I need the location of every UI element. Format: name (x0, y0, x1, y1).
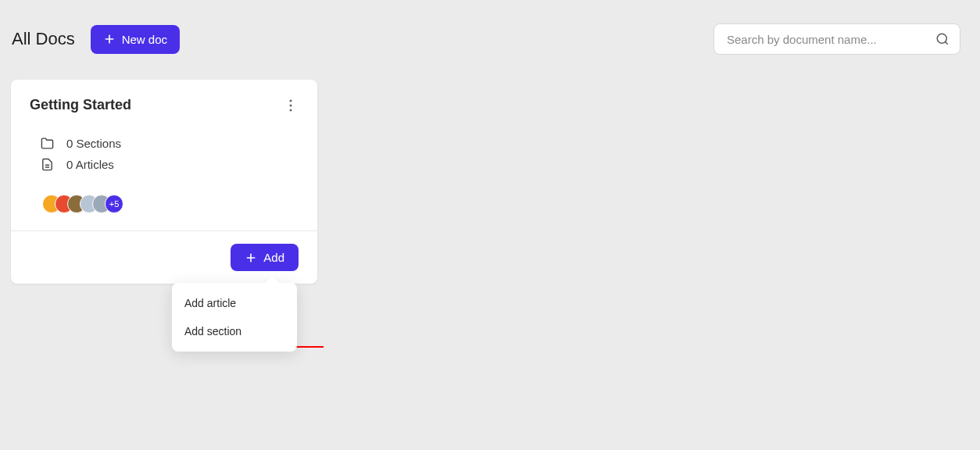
search-icon[interactable] (935, 32, 950, 46)
more-vertical-icon (289, 99, 292, 112)
card-footer: Add Add article Add section (11, 230, 317, 284)
articles-stat: 0 Articles (30, 158, 299, 171)
svg-point-2 (937, 34, 946, 43)
document-icon (41, 158, 54, 171)
search-wrapper (714, 23, 960, 55)
sections-stat: 0 Sections (30, 137, 299, 150)
card-title[interactable]: Getting Started (30, 97, 131, 113)
plus-icon (103, 33, 116, 45)
page-header: All Docs New doc (0, 0, 980, 55)
add-button[interactable]: Add (231, 244, 299, 271)
more-options-button[interactable] (283, 98, 299, 113)
svg-point-4 (290, 99, 292, 102)
svg-point-6 (290, 109, 292, 111)
svg-line-3 (945, 41, 947, 44)
avatar-group: +5 (30, 195, 299, 213)
add-label: Add (263, 251, 284, 264)
new-doc-button[interactable]: New doc (91, 25, 180, 54)
card-top: Getting Started (30, 97, 299, 113)
add-dropdown: Add article Add section (172, 283, 297, 352)
articles-count-label: 0 Articles (66, 158, 114, 171)
content-area: Getting Started 0 Sections (0, 55, 980, 284)
header-left: All Docs New doc (12, 25, 180, 54)
sections-count-label: 0 Sections (66, 137, 121, 150)
avatar-overflow[interactable]: +5 (105, 195, 123, 213)
folder-icon (41, 137, 54, 150)
search-input[interactable] (714, 23, 960, 55)
page-title: All Docs (12, 29, 75, 49)
new-doc-label: New doc (122, 33, 167, 46)
plus-icon (245, 252, 257, 264)
dropdown-item-add-article[interactable]: Add article (172, 289, 297, 317)
doc-card: Getting Started 0 Sections (11, 80, 317, 284)
dropdown-item-add-section[interactable]: Add section (172, 317, 297, 345)
svg-point-5 (290, 104, 292, 106)
card-body: Getting Started 0 Sections (11, 80, 317, 230)
